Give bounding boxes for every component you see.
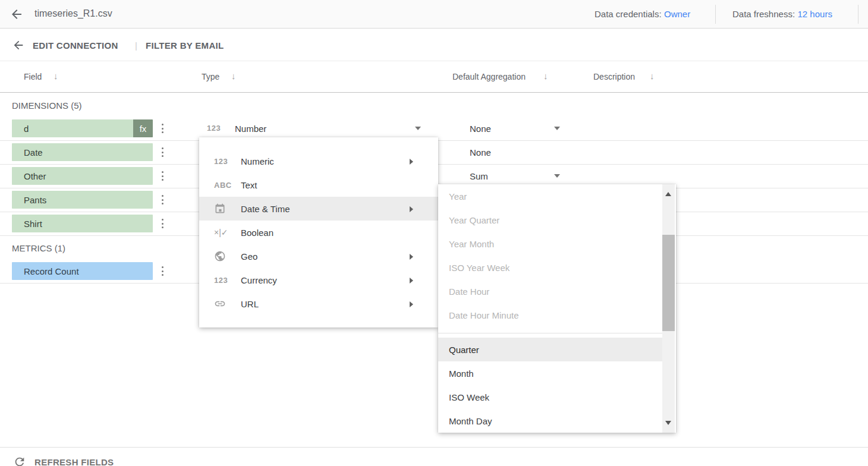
column-header-type[interactable]: Type: [202, 72, 219, 81]
menu-item-text[interactable]: ABC Text: [199, 173, 438, 197]
submenu-item-month[interactable]: Month: [438, 361, 663, 385]
menu-item-url[interactable]: URL: [199, 292, 438, 316]
credentials-owner-link[interactable]: Owner: [664, 9, 690, 19]
field-name-chip[interactable]: Shirt: [12, 215, 153, 232]
column-header-description[interactable]: Description: [593, 72, 635, 81]
column-header-field[interactable]: Field: [24, 72, 42, 81]
metrics-section-header: METRICS (1): [12, 243, 65, 253]
filter-by-email-button[interactable]: FILTER BY EMAIL: [146, 40, 224, 51]
submenu-arrow-icon: [410, 278, 413, 284]
top-bar: timeseries_R1.csv Data credentials: Owne…: [0, 0, 868, 29]
datasource-title: timeseries_R1.csv: [34, 8, 112, 19]
menu-item-date-time[interactable]: Date & Time: [199, 197, 438, 221]
sort-icon-field[interactable]: ↓: [54, 71, 58, 81]
submenu-arrow-icon: [410, 301, 413, 307]
credentials-label: Data credentials:: [595, 9, 662, 19]
field-options-menu-icon[interactable]: [158, 119, 166, 137]
field-name-chip[interactable]: Date: [12, 143, 153, 161]
date-time-submenu: Year Year Quarter Year Month ISO Year We…: [438, 184, 676, 433]
submenu-scrollbar[interactable]: [662, 184, 675, 433]
menu-item-boolean[interactable]: ×|✓ Boolean: [199, 221, 438, 244]
submenu-arrow-icon: [410, 159, 413, 165]
link-icon: [214, 298, 241, 310]
submenu-item-date-hour: Date Hour: [438, 279, 663, 303]
aggregation-select-caret-icon[interactable]: [554, 174, 560, 178]
text-abc-icon: ABC: [214, 181, 241, 190]
numeric-123-icon: 123: [214, 157, 241, 166]
sort-icon-type[interactable]: ↓: [231, 71, 236, 81]
calendar-icon: [214, 203, 241, 215]
refresh-fields-button[interactable]: REFRESH FIELDS: [13, 455, 114, 466]
type-dropdown-menu: 123 Numeric ABC Text Date & Time ×|✓ Boo…: [199, 137, 438, 328]
field-options-menu-icon[interactable]: [158, 262, 166, 280]
footer-divider: [0, 447, 868, 448]
field-options-menu-icon[interactable]: [158, 167, 166, 185]
menu-item-numeric[interactable]: 123 Numeric: [199, 149, 438, 173]
metric-name-chip[interactable]: Record Count: [12, 262, 153, 280]
type-select-caret-icon[interactable]: [415, 127, 421, 130]
field-name-chip[interactable]: Other: [12, 167, 153, 185]
sort-icon-description[interactable]: ↓: [650, 71, 655, 81]
field-options-menu-icon[interactable]: [158, 143, 166, 161]
submenu-item-year-month: Year Month: [438, 232, 663, 256]
submenu-item-year-quarter: Year Quarter: [438, 208, 663, 232]
connection-toolbar: EDIT CONNECTION | FILTER BY EMAIL: [0, 29, 868, 61]
field-name-chip[interactable]: Pants: [12, 191, 153, 209]
edit-connection-button[interactable]: EDIT CONNECTION: [33, 40, 118, 51]
menu-item-geo[interactable]: Geo: [199, 244, 438, 268]
submenu-item-iso-year-week: ISO Year Week: [438, 256, 663, 279]
currency-123-icon: 123: [214, 276, 241, 285]
data-freshness: Data freshness: 12 hours: [732, 9, 832, 20]
menu-item-currency[interactable]: 123 Currency: [199, 268, 438, 292]
fx-formula-icon[interactable]: fx: [133, 119, 153, 137]
globe-icon: [214, 250, 241, 262]
submenu-item-date-hour-minute: Date Hour Minute: [438, 303, 663, 327]
field-options-menu-icon[interactable]: [158, 215, 166, 232]
number-type-icon: 123: [207, 124, 221, 133]
freshness-label: Data freshness:: [732, 9, 795, 19]
field-name-chip[interactable]: d fx: [12, 119, 153, 137]
back-icon[interactable]: [10, 7, 24, 21]
table-header: Field ↓ Type ↓ Default Aggregation ↓ Des…: [0, 61, 868, 93]
submenu-item-year: Year: [438, 184, 663, 208]
refresh-icon: [13, 455, 26, 466]
type-select-value[interactable]: Number: [235, 124, 266, 134]
submenu-arrow-icon: [410, 206, 413, 212]
dimensions-section-header: DIMENSIONS (5): [12, 100, 82, 111]
boolean-check-icon: ×|✓: [214, 228, 241, 237]
submenu-arrow-icon: [410, 254, 413, 260]
submenu-item-quarter[interactable]: Quarter: [438, 338, 663, 361]
submenu-divider: [438, 333, 663, 333]
field-options-menu-icon[interactable]: [158, 191, 166, 209]
submenu-item-month-day[interactable]: Month Day: [438, 409, 663, 433]
aggregation-select-value[interactable]: Sum: [470, 171, 488, 181]
aggregation-value: None: [470, 147, 491, 158]
aggregation-select-value[interactable]: None: [470, 124, 491, 134]
sort-icon-aggregation[interactable]: ↓: [543, 71, 548, 81]
scroll-down-icon[interactable]: [665, 421, 671, 425]
scroll-up-icon[interactable]: [665, 192, 671, 196]
data-credentials: Data credentials: Owner: [595, 9, 690, 20]
topbar-divider: [715, 5, 716, 24]
data-source-editor: timeseries_R1.csv Data credentials: Owne…: [0, 0, 868, 466]
aggregation-select-caret-icon[interactable]: [554, 127, 560, 130]
scrollbar-thumb[interactable]: [662, 235, 675, 331]
topbar-divider-right: [858, 5, 858, 24]
back-icon[interactable]: [12, 39, 25, 52]
submenu-item-iso-week[interactable]: ISO Week: [438, 385, 663, 409]
freshness-value-link[interactable]: 12 hours: [798, 9, 832, 19]
toolbar-separator: |: [135, 40, 137, 51]
column-header-aggregation[interactable]: Default Aggregation: [452, 72, 526, 81]
